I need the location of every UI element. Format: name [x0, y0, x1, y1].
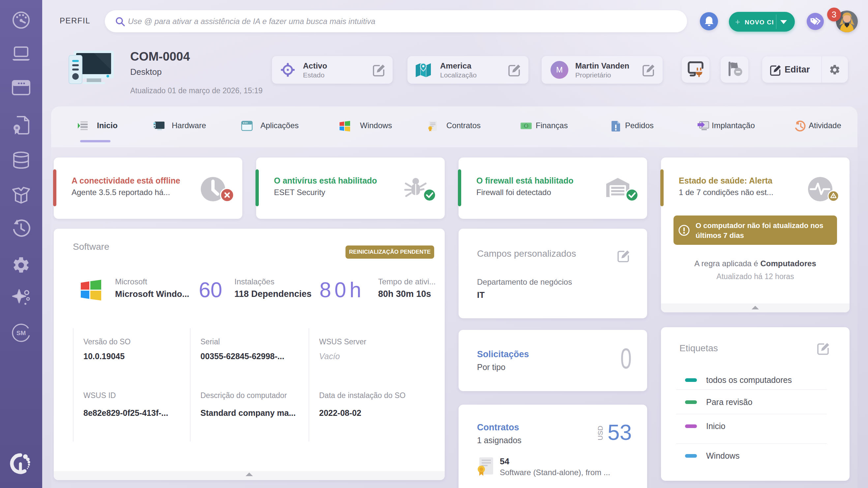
svg-text:SM: SM	[17, 329, 26, 336]
svg-text:0: 0	[525, 124, 527, 128]
